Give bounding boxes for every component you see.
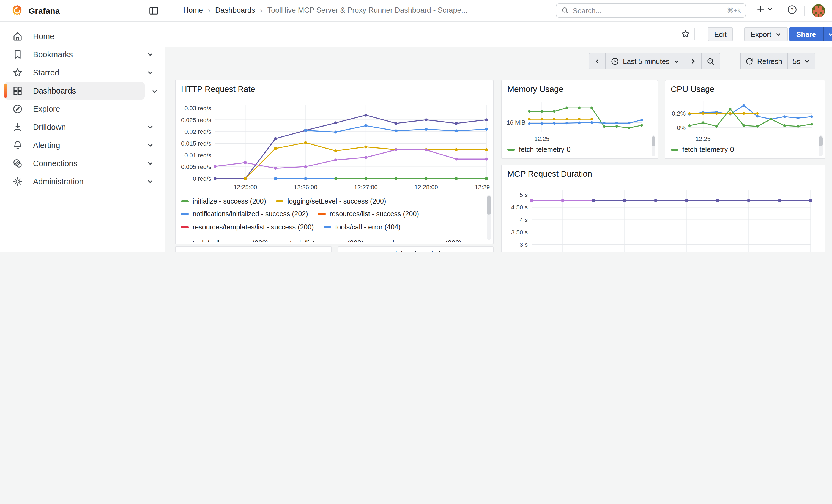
user-avatar[interactable] <box>812 4 825 18</box>
svg-text:12:29:00: 12:29:00 <box>475 184 490 191</box>
legend-label: resources/templates/list - success (200) <box>192 223 314 231</box>
panel-title[interactable]: CPU Usage <box>671 84 714 94</box>
scrollbar-thumb[interactable] <box>819 136 823 147</box>
panel-http-request-rate: HTTP Request Rate 12:25:0012:26:0012:27:… <box>175 80 494 244</box>
refresh-icon <box>746 57 753 65</box>
legend-label: resources/list - success (200) <box>330 210 419 218</box>
sidebar-item-home[interactable]: Home <box>4 27 160 45</box>
sidebar-item-label: Dashboards <box>33 86 76 95</box>
legend-item[interactable]: notifications/initialized - success (202… <box>181 210 308 218</box>
time-range-label: Last 5 minutes <box>623 57 669 65</box>
sidebar-item-administration[interactable]: Administration <box>4 173 160 190</box>
sidebar-item-bookmarks[interactable]: Bookmarks <box>4 46 160 63</box>
svg-text:5 s: 5 s <box>520 191 528 198</box>
breadcrumb-separator: › <box>208 6 210 14</box>
home-icon <box>12 31 23 42</box>
chevron-down-icon[interactable] <box>147 178 154 185</box>
panel-memory-usage: Memory Usage 12:2516 MiB fetch-telemetry… <box>501 80 658 159</box>
refresh-button[interactable]: Refresh <box>740 53 788 69</box>
legend-item[interactable]: tools/list - success (200) <box>278 240 363 242</box>
panel-title[interactable]: HTTP Request Rate <box>181 84 255 94</box>
legend-label: tools/list - success (200) <box>290 240 363 242</box>
svg-text:12:25:00: 12:25:00 <box>234 184 257 191</box>
panel-title[interactable]: MCP Request Duration <box>508 169 592 178</box>
export-button[interactable]: Export <box>744 27 788 41</box>
add-button[interactable] <box>756 4 773 14</box>
breadcrumb-dashboards[interactable]: Dashboards <box>215 6 255 14</box>
time-shift-back-button[interactable] <box>589 53 606 69</box>
svg-text:16 MiB: 16 MiB <box>507 119 525 126</box>
legend-scrollbar[interactable] <box>487 195 491 240</box>
mcp-request-duration-chart[interactable]: 12:25:0012:26:0012:27:0012:28:0012:29:00… <box>506 185 817 252</box>
time-range-picker[interactable]: Last 5 minutes <box>605 53 685 69</box>
chevron-down-icon[interactable] <box>147 124 154 130</box>
sidebar-toggle-icon[interactable] <box>149 5 159 16</box>
svg-text:0.2%: 0.2% <box>672 110 686 117</box>
search-placeholder: Search... <box>573 6 723 15</box>
panel-mcp-request-duration: MCP Request Duration 12:25:0012:26:0012:… <box>501 164 825 252</box>
sidebar-item-label: Home <box>33 32 54 41</box>
chevron-down-icon[interactable] <box>151 88 158 95</box>
legend-item[interactable]: tools/call - error (404) <box>323 223 400 231</box>
export-button-label: Export <box>751 30 771 38</box>
chevron-down-icon[interactable] <box>147 160 154 167</box>
refresh-controls: Refresh 5s <box>740 53 816 69</box>
legend-item[interactable]: initialize - success (200) <box>181 197 266 205</box>
search-input[interactable]: Search... ⌘+k <box>556 3 746 18</box>
memory-usage-chart[interactable]: 12:2516 MiB <box>505 99 647 141</box>
sidebar-item-alerting[interactable]: Alerting <box>4 136 160 154</box>
panel-title[interactable]: Total Request Rate <box>181 251 251 252</box>
breadcrumb-home[interactable]: Home <box>183 6 203 14</box>
legend-item[interactable]: resources/list - success (200) <box>318 210 419 218</box>
sidebar-item-drilldown[interactable]: Drilldown <box>4 118 160 136</box>
legend-item[interactable]: logging/setLevel - success (200) <box>276 197 386 205</box>
share-dropdown-button[interactable] <box>823 27 832 41</box>
legend-item[interactable]: fetch-telemetry-0 <box>671 146 734 154</box>
sidebar-item-explore[interactable]: Explore <box>4 100 160 118</box>
series-color-swatch <box>671 149 678 151</box>
cpu-usage-chart[interactable]: 12:250.2%0% <box>669 99 818 141</box>
scrollbar-thumb[interactable] <box>651 136 655 147</box>
time-shift-forward-button[interactable] <box>684 53 701 69</box>
grafana-app: Grafana Home › Dashboards › ToolHive MCP… <box>0 0 832 252</box>
scrollbar-thumb[interactable] <box>487 196 491 215</box>
plus-icon <box>756 4 765 14</box>
http-legend: initialize - success (200) logging/setLe… <box>181 195 481 242</box>
favorite-star-icon[interactable] <box>681 29 691 39</box>
bookmark-icon <box>12 49 23 60</box>
chevron-down-icon <box>767 6 773 12</box>
star-icon <box>12 67 23 78</box>
divider <box>695 28 695 40</box>
sidebar-item-starred[interactable]: Starred <box>4 64 160 81</box>
top-bar: Grafana Home › Dashboards › ToolHive MCP… <box>0 0 832 22</box>
app-title: Grafana <box>29 6 60 16</box>
refresh-button-label: Refresh <box>757 57 782 65</box>
http-request-rate-chart[interactable]: 12:25:0012:26:0012:27:0012:28:0012:29:00… <box>180 100 490 195</box>
help-button[interactable]: ? <box>787 4 797 15</box>
share-button[interactable]: Share <box>789 27 823 41</box>
legend-scrollbar[interactable] <box>651 135 655 156</box>
legend-item[interactable]: unknown - success (200) <box>373 240 461 242</box>
series-color-swatch <box>318 213 326 215</box>
legend-label: tools/call - error (404) <box>335 223 400 231</box>
legend-item[interactable]: fetch-telemetry-0 <box>508 146 571 154</box>
refresh-interval-picker[interactable]: 5s <box>787 53 815 69</box>
sidebar-item-label: Connections <box>33 159 77 168</box>
edit-button-label: Edit <box>714 30 727 38</box>
gear-icon <box>12 176 23 187</box>
svg-text:0.005 req/s: 0.005 req/s <box>181 163 211 170</box>
panel-title[interactable]: Error Rate <box>344 251 382 252</box>
edit-button[interactable]: Edit <box>708 27 733 41</box>
legend-item[interactable]: tools/call - success (200) <box>181 240 268 242</box>
grafana-logo-icon[interactable] <box>11 4 23 17</box>
chevron-down-icon[interactable] <box>147 69 154 76</box>
sidebar-item-connections[interactable]: Connections <box>4 155 160 172</box>
legend-scrollbar[interactable] <box>819 135 823 156</box>
svg-text:0.01 req/s: 0.01 req/s <box>184 152 211 159</box>
chevron-down-icon[interactable] <box>147 142 154 149</box>
legend-item[interactable]: resources/templates/list - success (200) <box>181 223 314 231</box>
zoom-out-button[interactable] <box>701 53 720 69</box>
sidebar-item-dashboards[interactable]: Dashboards <box>4 82 145 100</box>
panel-title[interactable]: Memory Usage <box>508 84 563 94</box>
chevron-down-icon[interactable] <box>147 51 154 58</box>
